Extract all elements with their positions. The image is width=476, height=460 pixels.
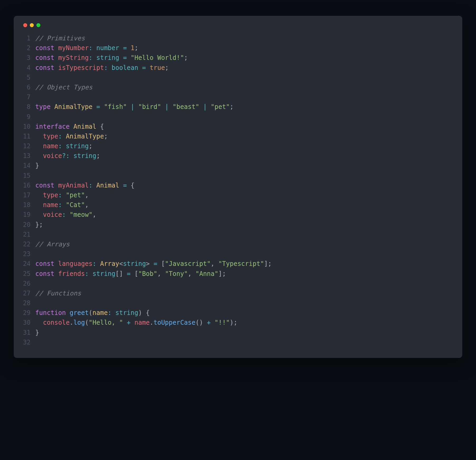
code-token [138,64,142,71]
code-line[interactable]: 23 [22,249,454,259]
code-line[interactable]: 20}; [22,220,454,230]
line-content[interactable]: const myNumber: number = 1; [35,43,138,53]
code-token: AnimalType [66,133,104,140]
code-line[interactable]: 7 [22,92,454,102]
code-line[interactable]: 14} [22,161,454,171]
code-line[interactable]: 18 name: "Cat", [22,200,454,210]
code-token: { [96,123,104,130]
line-content[interactable]: const friends: string[] = ["Bob", "Tony"… [35,269,226,279]
line-content[interactable]: voice?: string; [35,151,100,161]
code-line[interactable]: 27// Functions [22,289,454,298]
code-line[interactable]: 4const isTypescript: boolean = true; [22,63,454,73]
line-content[interactable]: interface Animal { [35,122,104,132]
line-number: 14 [22,161,31,171]
code-token: + [207,319,211,326]
code-token: ; [230,103,234,111]
code-line[interactable]: 10interface Animal { [22,122,454,132]
line-content[interactable] [35,279,39,289]
line-content[interactable]: // Primitives [35,33,85,43]
code-line[interactable]: 1// Primitives [22,33,454,43]
line-number: 7 [22,92,31,102]
line-content[interactable]: // Arrays [35,239,70,249]
line-content[interactable] [35,338,39,347]
code-token: { [127,182,135,189]
code-token [127,44,131,52]
code-token: voice [43,152,62,160]
line-number: 24 [22,259,31,269]
code-token: = [123,54,127,61]
code-token: name [93,309,108,317]
code-token: string [73,152,96,160]
code-line[interactable]: 29function greet(name: string) { [22,308,454,318]
code-line[interactable]: 9 [22,112,454,122]
code-token: type [43,191,58,199]
line-content[interactable]: const isTypescript: boolean = true; [35,63,169,73]
code-line[interactable]: 8type AnimalType = "fish" | "bird" | "be… [22,102,454,112]
code-line[interactable]: 30 console.log("Hello, " + name.toUpperC… [22,318,454,328]
line-content[interactable] [35,171,39,181]
close-icon[interactable] [23,23,27,27]
line-content[interactable]: type: AnimalType; [35,132,108,141]
code-line[interactable]: 12 name: string; [22,141,454,151]
code-token: } [35,162,39,169]
line-content[interactable] [35,92,39,102]
code-token [199,103,203,111]
line-content[interactable] [35,73,39,83]
line-number: 17 [22,190,31,200]
minimize-icon[interactable] [30,23,34,27]
code-line[interactable]: 25const friends: string[] = ["Bob", "Ton… [22,269,454,279]
code-line[interactable]: 11 type: AnimalType; [22,132,454,141]
line-content[interactable]: name: string; [35,141,93,151]
code-line[interactable]: 15 [22,171,454,181]
line-content[interactable]: } [35,328,39,338]
code-line[interactable]: 31} [22,328,454,338]
code-line[interactable]: 28 [22,298,454,308]
line-content[interactable] [35,112,39,122]
line-content[interactable]: voice: "meow", [35,210,96,220]
code-token: : [58,201,62,209]
code-token: , [93,211,96,218]
line-content[interactable]: function greet(name: string) { [35,308,150,318]
line-content[interactable]: const myString: string = "Hello World!"; [35,53,188,63]
code-token: } [35,329,39,336]
line-content[interactable]: }; [35,220,43,230]
line-content[interactable]: name: "Cat", [35,200,89,210]
line-content[interactable]: const myAnimal: Animal = { [35,181,135,190]
maximize-icon[interactable] [36,23,40,27]
line-content[interactable]: // Functions [35,289,81,298]
code-line[interactable]: 2const myNumber: number = 1; [22,43,454,53]
code-line[interactable]: 26 [22,279,454,289]
code-line[interactable]: 24const languages: Array<string> = ["Jav… [22,259,454,269]
line-content[interactable]: // Object Types [35,83,93,92]
code-line[interactable]: 22// Arrays [22,239,454,249]
code-line[interactable]: 13 voice?: string; [22,151,454,161]
code-line[interactable]: 6// Object Types [22,83,454,92]
code-line[interactable]: 19 voice: "meow", [22,210,454,220]
line-content[interactable]: type AnimalType = "fish" | "bird" | "bea… [35,102,234,112]
code-token: }; [35,221,43,228]
line-number: 18 [22,200,31,210]
line-content[interactable] [35,249,39,259]
code-token: 1 [131,44,134,52]
code-token: ; [89,142,92,150]
code-token: [] [115,270,127,277]
line-content[interactable] [35,298,39,308]
code-line[interactable]: 21 [22,230,454,239]
code-editor[interactable]: 1// Primitives2const myNumber: number = … [22,33,454,347]
code-line[interactable]: 16const myAnimal: Animal = { [22,181,454,190]
code-line[interactable]: 32 [22,338,454,347]
line-content[interactable]: console.log("Hello, " + name.toUpperCase… [35,318,237,328]
line-content[interactable]: } [35,161,39,171]
line-content[interactable]: type: "pet", [35,190,89,200]
line-number: 23 [22,249,31,259]
code-token: "Cat" [66,201,85,209]
line-content[interactable] [35,230,39,239]
code-token [62,191,66,199]
code-token: // Arrays [35,241,70,248]
line-content[interactable]: const languages: Array<string> = ["Javas… [35,259,272,269]
code-token [93,182,96,189]
code-line[interactable]: 5 [22,73,454,83]
code-line[interactable]: 3const myString: string = "Hello World!"… [22,53,454,63]
code-token: "Javascript" [165,260,211,267]
code-line[interactable]: 17 type: "pet", [22,190,454,200]
